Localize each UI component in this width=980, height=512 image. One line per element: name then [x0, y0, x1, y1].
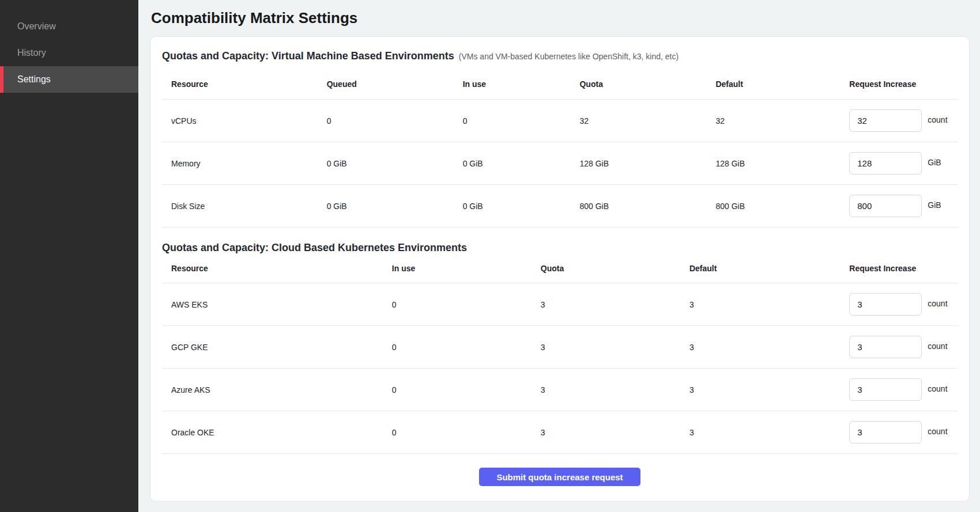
- default-cell: 3: [689, 326, 849, 369]
- vcpus-request-input[interactable]: [849, 109, 922, 132]
- sidebar: Overview History Settings: [0, 0, 138, 512]
- column-header-default: Default: [689, 254, 849, 283]
- aws-eks-request-input[interactable]: [849, 293, 922, 316]
- resource-cell: AWS EKS: [162, 283, 392, 326]
- memory-request-input[interactable]: [849, 152, 922, 175]
- unit-label: count: [928, 427, 947, 436]
- unit-label: GiB: [928, 200, 941, 210]
- column-header-resource: Resource: [162, 63, 327, 100]
- default-cell: 3: [689, 283, 849, 326]
- column-header-queued: Queued: [327, 63, 463, 100]
- queued-cell: 0 GiB: [327, 142, 463, 185]
- unit-label: count: [928, 342, 947, 351]
- quota-cell: 800 GiB: [579, 185, 715, 227]
- column-header-request-increase: Request Increase: [849, 63, 958, 100]
- resource-cell: Disk Size: [162, 185, 327, 227]
- table-row-oracle-oke: Oracle OKE 0 3 3 count: [162, 411, 958, 454]
- sidebar-item-overview[interactable]: Overview: [0, 13, 138, 40]
- vm-table-header-row: Resource Queued In use Quota Default Req…: [162, 63, 958, 100]
- column-header-request-increase: Request Increase: [849, 254, 958, 283]
- table-row-azure-aks: Azure AKS 0 3 3 count: [162, 369, 958, 411]
- button-row: Submit quota increase request: [162, 468, 958, 486]
- table-row-memory: Memory 0 GiB 0 GiB 128 GiB 128 GiB GiB: [162, 142, 958, 185]
- in-use-cell: 0: [392, 283, 541, 326]
- column-header-in-use: In use: [392, 254, 541, 283]
- column-header-default: Default: [715, 63, 849, 100]
- quota-cell: 32: [579, 100, 715, 142]
- cloud-table-header-row: Resource In use Quota Default Request In…: [162, 254, 958, 283]
- unit-label: count: [928, 299, 947, 308]
- vm-section-subtitle: (VMs and VM-based Kubernetes like OpenSh…: [459, 52, 679, 61]
- sidebar-item-history[interactable]: History: [0, 40, 138, 66]
- quota-cell: 3: [541, 326, 689, 369]
- column-header-quota: Quota: [541, 254, 689, 283]
- unit-label: count: [928, 115, 947, 124]
- resource-cell: Oracle OKE: [162, 411, 392, 454]
- gcp-gke-request-input[interactable]: [849, 336, 922, 358]
- resource-cell: Azure AKS: [162, 369, 392, 411]
- page-title: Compatibility Matrix Settings: [151, 9, 970, 26]
- quota-cell: 3: [541, 283, 689, 326]
- queued-cell: 0 GiB: [327, 185, 463, 227]
- default-cell: 3: [689, 411, 849, 454]
- column-header-resource: Resource: [162, 254, 392, 283]
- unit-label: GiB: [928, 158, 941, 167]
- vm-section-heading: Quotas and Capacity: Virtual Machine Bas…: [162, 50, 958, 63]
- settings-card: Quotas and Capacity: Virtual Machine Bas…: [150, 36, 970, 502]
- cloud-quota-table: Resource In use Quota Default Request In…: [162, 254, 958, 454]
- table-row-disk-size: Disk Size 0 GiB 0 GiB 800 GiB 800 GiB Gi…: [162, 185, 958, 227]
- in-use-cell: 0: [392, 326, 541, 369]
- cloud-section-heading: Quotas and Capacity: Cloud Based Kuberne…: [162, 241, 958, 254]
- quota-cell: 3: [541, 411, 689, 454]
- quota-cell: 3: [541, 369, 689, 411]
- azure-aks-request-input[interactable]: [849, 378, 922, 401]
- default-cell: 32: [715, 100, 849, 142]
- resource-cell: vCPUs: [162, 100, 327, 142]
- quota-cell: 128 GiB: [579, 142, 715, 185]
- column-header-quota: Quota: [579, 63, 715, 100]
- submit-quota-increase-button[interactable]: Submit quota increase request: [479, 468, 640, 486]
- main-content: Compatibility Matrix Settings Quotas and…: [138, 0, 980, 512]
- vm-quota-table: Resource Queued In use Quota Default Req…: [162, 63, 958, 227]
- default-cell: 128 GiB: [715, 142, 849, 185]
- default-cell: 3: [689, 369, 849, 411]
- default-cell: 800 GiB: [715, 185, 849, 227]
- table-row-gcp-gke: GCP GKE 0 3 3 count: [162, 326, 958, 369]
- sidebar-item-settings[interactable]: Settings: [0, 66, 138, 93]
- table-row-aws-eks: AWS EKS 0 3 3 count: [162, 283, 958, 326]
- in-use-cell: 0: [392, 369, 541, 411]
- unit-label: count: [928, 384, 947, 393]
- column-header-in-use: In use: [463, 63, 580, 100]
- in-use-cell: 0 GiB: [463, 185, 580, 227]
- in-use-cell: 0: [392, 411, 541, 454]
- disk-size-request-input[interactable]: [849, 195, 922, 217]
- in-use-cell: 0 GiB: [463, 142, 580, 185]
- resource-cell: GCP GKE: [162, 326, 392, 369]
- queued-cell: 0: [327, 100, 463, 142]
- vm-section-heading-text: Quotas and Capacity: Virtual Machine Bas…: [162, 50, 454, 62]
- in-use-cell: 0: [463, 100, 580, 142]
- table-row-vcpus: vCPUs 0 0 32 32 count: [162, 100, 958, 142]
- resource-cell: Memory: [162, 142, 327, 185]
- oracle-oke-request-input[interactable]: [849, 421, 922, 443]
